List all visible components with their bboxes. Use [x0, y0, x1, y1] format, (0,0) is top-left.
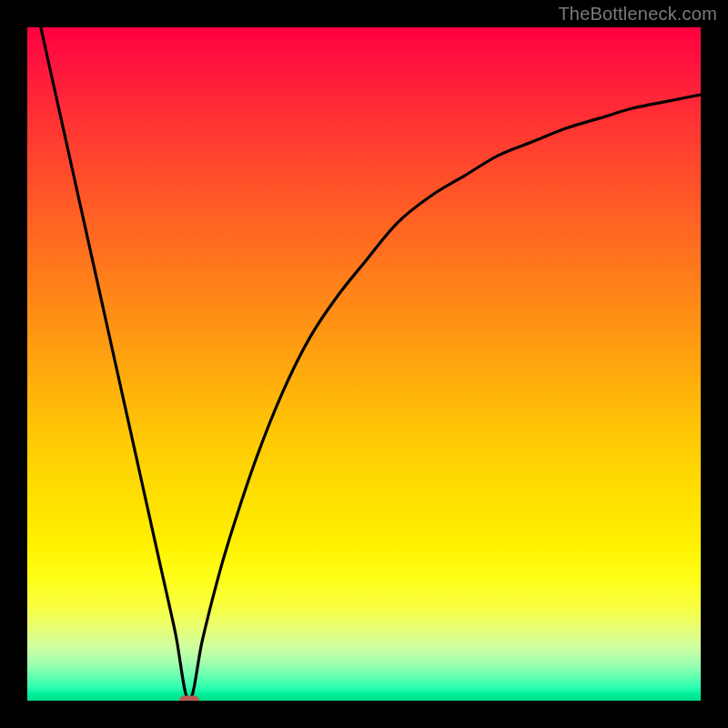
minimum-marker — [179, 696, 199, 702]
bottleneck-curve — [41, 27, 701, 701]
curve-layer — [27, 27, 701, 701]
watermark-text: TheBottleneck.com — [558, 4, 717, 25]
chart-frame: TheBottleneck.com — [0, 0, 728, 728]
plot-area — [27, 27, 701, 701]
